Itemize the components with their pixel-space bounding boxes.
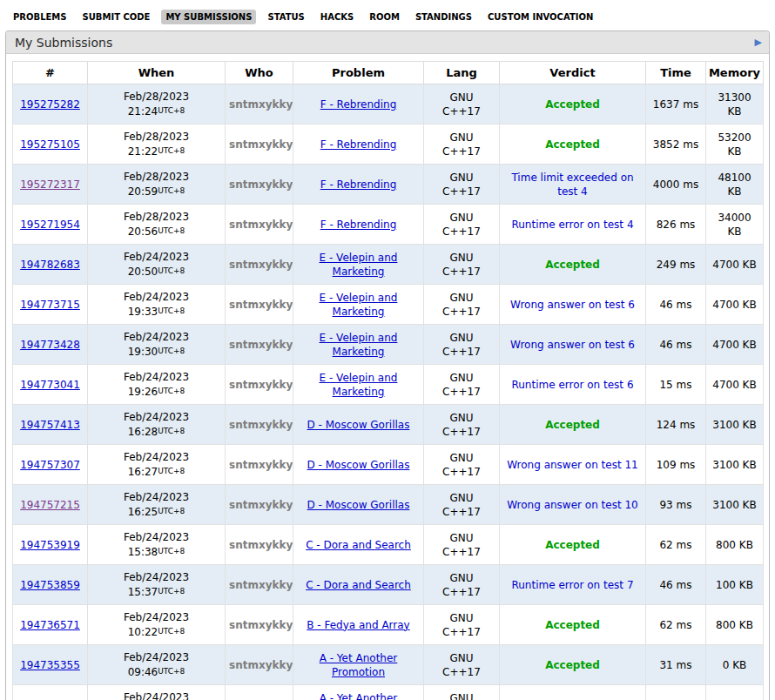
submission-id-link[interactable]: 194782683	[20, 259, 80, 271]
submission-problem-cell: F - Rebrending	[293, 84, 424, 125]
submission-who-link[interactable]: sntmxykky	[229, 659, 293, 671]
submission-verdict: Accepted	[500, 645, 646, 685]
submission-lang: GNU C++17	[424, 645, 500, 685]
submission-id-link[interactable]: 194736571	[20, 619, 80, 631]
table-row: 194773428 Feb/24/2023 19:30UTC+8 sntmxyk…	[13, 325, 764, 365]
submission-time-of-day: 09:46	[128, 666, 158, 678]
submission-date: Feb/24/2023	[91, 330, 221, 344]
submission-who-link[interactable]: sntmxykky	[229, 499, 293, 511]
problem-link[interactable]: A - Yet Another Promotion	[297, 691, 420, 700]
submission-id-link[interactable]: 194773041	[20, 379, 80, 391]
submission-id-link[interactable]: 194757413	[20, 419, 80, 431]
submission-when: Feb/24/2023 16:25UTC+8	[88, 485, 226, 525]
submission-id-link[interactable]: 194753919	[20, 539, 80, 551]
verdict-label: Accepted	[545, 619, 600, 631]
submission-lang: GNU C++17	[424, 205, 500, 245]
verdict-label: Time limit exceeded on test 4	[511, 172, 633, 198]
problem-link[interactable]: B - Fedya and Array	[307, 618, 409, 632]
problem-link[interactable]: D - Moscow Gorillas	[307, 418, 410, 432]
submission-id-link[interactable]: 195271954	[20, 219, 80, 231]
nav-item-my-submissions[interactable]: MY SUBMISSIONS	[161, 10, 256, 24]
submission-who-link[interactable]: sntmxykky	[229, 98, 293, 111]
submission-who-link[interactable]: sntmxykky	[229, 379, 293, 391]
submission-who-cell: sntmxykky	[226, 84, 293, 125]
submission-exec-time: 62 ms	[646, 525, 706, 565]
submission-time-of-day: 10:22	[128, 626, 158, 638]
nav-item-hacks[interactable]: HACKS	[316, 10, 358, 24]
problem-link[interactable]: F - Rebrending	[320, 218, 397, 232]
submission-who-link[interactable]: sntmxykky	[229, 138, 293, 151]
problem-link[interactable]: A - Yet Another Promotion	[297, 651, 420, 679]
submission-time-of-day: 16:27	[128, 466, 158, 478]
submission-lang: GNU C++17	[424, 525, 500, 565]
problem-link[interactable]: C - Dora and Search	[306, 578, 411, 592]
column-header-time: Time	[646, 62, 706, 84]
lang-label: GNU C++17	[441, 131, 482, 158]
problem-link[interactable]: F - Rebrending	[320, 178, 397, 192]
submission-who-link[interactable]: sntmxykky	[229, 539, 293, 551]
submission-who-link[interactable]: sntmxykky	[229, 178, 293, 191]
problem-link[interactable]: D - Moscow Gorillas	[307, 458, 410, 472]
nav-item-custom-invocation[interactable]: CUSTOM INVOCATION	[483, 10, 597, 24]
nav-item-status[interactable]: STATUS	[263, 10, 308, 24]
problem-link[interactable]: C - Dora and Search	[306, 538, 411, 552]
submission-who-link[interactable]: sntmxykky	[229, 459, 293, 471]
nav-item-problems[interactable]: PROBLEMS	[9, 10, 71, 24]
timezone-label: UTC+8	[158, 547, 185, 555]
submission-who-link[interactable]: sntmxykky	[229, 299, 293, 311]
submission-verdict: Accepted	[500, 245, 646, 285]
table-row: 194735355 Feb/24/2023 09:46UTC+8 sntmxyk…	[13, 645, 764, 685]
submission-exec-time: 15 ms	[646, 365, 706, 405]
submission-memory: 53200 KB	[706, 125, 764, 165]
submission-id-link[interactable]: 194753859	[20, 579, 80, 591]
timezone-label: UTC+8	[158, 347, 185, 355]
problem-link[interactable]: F - Rebrending	[320, 98, 397, 111]
problem-link[interactable]: E - Velepin and Marketing	[297, 251, 420, 279]
submission-time-of-day: 15:38	[128, 546, 158, 558]
submission-id-link[interactable]: 195275282	[20, 98, 80, 111]
submission-id-link[interactable]: 194735355	[20, 659, 80, 671]
verdict-label: Accepted	[545, 659, 600, 671]
submission-lang: GNU C++17	[424, 365, 500, 405]
submission-who-cell: sntmxykky	[226, 125, 293, 165]
submission-who-link[interactable]: sntmxykky	[229, 219, 293, 231]
submission-memory: 0 KB	[706, 685, 764, 700]
timezone-label: UTC+8	[158, 186, 185, 195]
submission-who-cell: sntmxykky	[226, 565, 293, 605]
column-header-lang: Lang	[424, 62, 500, 84]
collapse-right-arrow-icon[interactable]: ▶	[755, 37, 762, 47]
submission-who-link[interactable]: sntmxykky	[229, 259, 293, 271]
submission-id-link[interactable]: 194757307	[20, 459, 80, 471]
problem-link[interactable]: E - Velepin and Marketing	[297, 371, 420, 399]
submission-memory: 48100 KB	[706, 165, 764, 205]
problem-link[interactable]: E - Velepin and Marketing	[297, 291, 420, 319]
submission-id-link[interactable]: 195272317	[20, 178, 80, 191]
nav-item-submit-code[interactable]: SUBMIT CODE	[78, 10, 155, 24]
submission-who-link[interactable]: sntmxykky	[229, 339, 293, 351]
column-header-memory: Memory	[706, 62, 764, 84]
submission-problem-cell: F - Rebrending	[293, 125, 424, 165]
submission-who-link[interactable]: sntmxykky	[229, 579, 293, 591]
submission-lang: GNU C++17	[424, 605, 500, 645]
nav-item-standings[interactable]: STANDINGS	[411, 10, 476, 24]
submission-memory: 34000 KB	[706, 205, 764, 245]
submission-date: Feb/24/2023	[91, 250, 221, 264]
table-wrap: #WhenWhoProblemLangVerdictTimeMemory 195…	[6, 54, 769, 700]
problem-link[interactable]: D - Moscow Gorillas	[307, 498, 410, 512]
problem-link[interactable]: E - Velepin and Marketing	[297, 331, 420, 359]
table-row: 195271954 Feb/28/2023 20:56UTC+8 sntmxyk…	[13, 205, 764, 245]
verdict-label: Accepted	[545, 138, 600, 151]
problem-link[interactable]: F - Rebrending	[320, 138, 397, 151]
submission-verdict: Runtime error on test 7	[500, 565, 646, 605]
submission-id-link[interactable]: 194757215	[20, 499, 80, 511]
submission-id-link[interactable]: 195275105	[20, 138, 80, 151]
submission-id-link[interactable]: 194773715	[20, 299, 80, 311]
lang-label: GNU C++17	[441, 531, 482, 559]
submission-who-link[interactable]: sntmxykky	[229, 619, 293, 631]
submission-who-link[interactable]: sntmxykky	[229, 419, 293, 431]
submission-exec-time: 46 ms	[646, 285, 706, 325]
nav-item-room[interactable]: ROOM	[365, 10, 404, 24]
submission-who-cell: sntmxykky	[226, 285, 293, 325]
submission-id-link[interactable]: 194773428	[20, 339, 80, 351]
submission-verdict: Accepted	[500, 125, 646, 165]
